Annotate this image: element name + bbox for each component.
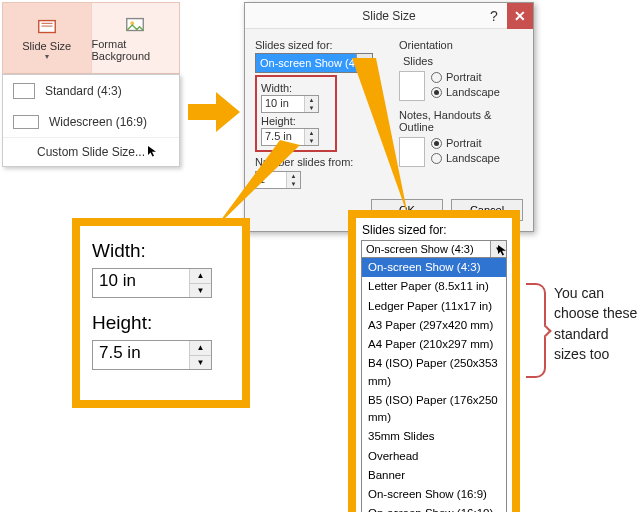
slides-sized-for-label: Slides sized for: xyxy=(255,39,385,51)
size-option[interactable]: A4 Paper (210x297 mm) xyxy=(362,335,506,354)
menu-item-custom-size[interactable]: Custom Slide Size... xyxy=(3,137,179,166)
slide-size-button[interactable]: Slide Size ▾ xyxy=(3,3,92,73)
radio-notes-landscape[interactable]: Landscape xyxy=(431,152,500,164)
radio-notes-portrait[interactable]: Portrait xyxy=(431,137,500,149)
menu-item-label: Widescreen (16:9) xyxy=(49,115,147,129)
format-background-label: Format Background xyxy=(92,38,180,62)
help-button[interactable]: ? xyxy=(481,3,507,29)
svg-rect-0 xyxy=(39,20,56,32)
height-label: Height: xyxy=(92,312,230,334)
slide-size-label: Slide Size xyxy=(22,40,71,52)
size-options-list: On-screen Show (4:3)Letter Paper (8.5x11… xyxy=(361,258,507,512)
arrow-right-icon xyxy=(186,90,242,134)
width-input[interactable]: 10 in ▲▼ xyxy=(261,95,319,113)
dialog-titlebar: Slide Size ? ✕ xyxy=(245,3,533,29)
size-option[interactable]: A3 Paper (297x420 mm) xyxy=(362,316,506,335)
size-option[interactable]: Overhead xyxy=(362,447,506,466)
width-label: Width: xyxy=(261,82,331,94)
chevron-down-icon: ▾ xyxy=(45,52,49,61)
size-select[interactable]: On-screen Show (4:3) ▼ xyxy=(361,240,507,258)
slide-size-icon xyxy=(36,16,58,38)
aspect-16-9-icon xyxy=(13,115,39,129)
annotation-text: You can choose these standard sizes too xyxy=(554,283,638,364)
close-button[interactable]: ✕ xyxy=(507,3,533,29)
height-value: 7.5 in xyxy=(93,341,189,369)
format-background-icon xyxy=(124,14,146,36)
size-option[interactable]: B4 (ISO) Paper (250x353 mm) xyxy=(362,354,506,391)
width-value: 10 in xyxy=(93,269,189,297)
width-label: Width: xyxy=(92,240,230,262)
spinner[interactable]: ▲▼ xyxy=(304,129,318,145)
format-background-button[interactable]: Format Background xyxy=(92,3,180,73)
size-option[interactable]: Ledger Paper (11x17 in) xyxy=(362,297,506,316)
ribbon-design-section: Slide Size ▾ Format Background xyxy=(2,2,180,74)
spinner[interactable]: ▲▼ xyxy=(189,269,211,297)
size-option[interactable]: Banner xyxy=(362,466,506,485)
cursor-icon xyxy=(147,145,159,157)
dialog-title: Slide Size xyxy=(362,9,415,23)
callout-size-options: Slides sized for: On-screen Show (4:3) ▼… xyxy=(348,210,520,512)
size-option[interactable]: B5 (ISO) Paper (176x250 mm) xyxy=(362,391,506,428)
slides-sized-for-label: Slides sized for: xyxy=(356,222,512,238)
spinner[interactable]: ▲▼ xyxy=(189,341,211,369)
height-input-zoom[interactable]: 7.5 in ▲▼ xyxy=(92,340,212,370)
menu-item-label: Custom Slide Size... xyxy=(37,145,145,159)
radio-slides-portrait[interactable]: Portrait xyxy=(431,71,500,83)
select-value: On-screen Show (4:3) xyxy=(366,243,474,255)
curly-brace-icon xyxy=(526,283,546,378)
width-input-zoom[interactable]: 10 in ▲▼ xyxy=(92,268,212,298)
spinner[interactable]: ▲▼ xyxy=(304,96,318,112)
menu-item-label: Standard (4:3) xyxy=(45,84,122,98)
radio-slides-landscape[interactable]: Landscape xyxy=(431,86,500,98)
width-value: 10 in xyxy=(262,96,304,112)
callout-pointer-icon xyxy=(210,140,300,230)
callout-pointer-icon xyxy=(348,58,428,218)
aspect-4-3-icon xyxy=(13,83,35,99)
cursor-icon xyxy=(497,244,509,256)
callout-width-height: Width: 10 in ▲▼ Height: 7.5 in ▲▼ xyxy=(72,218,250,408)
slide-size-menu: Standard (4:3) Widescreen (16:9) Custom … xyxy=(2,74,180,167)
menu-item-standard[interactable]: Standard (4:3) xyxy=(3,75,179,107)
size-option[interactable]: 35mm Slides xyxy=(362,427,506,446)
menu-item-widescreen[interactable]: Widescreen (16:9) xyxy=(3,107,179,137)
size-option[interactable]: On-screen Show (16:9) xyxy=(362,485,506,504)
size-option[interactable]: On-screen Show (16:10) xyxy=(362,504,506,512)
orientation-label: Orientation xyxy=(399,39,523,51)
height-label: Height: xyxy=(261,115,331,127)
size-option[interactable]: Letter Paper (8.5x11 in) xyxy=(362,277,506,296)
size-option[interactable]: On-screen Show (4:3) xyxy=(362,258,506,277)
